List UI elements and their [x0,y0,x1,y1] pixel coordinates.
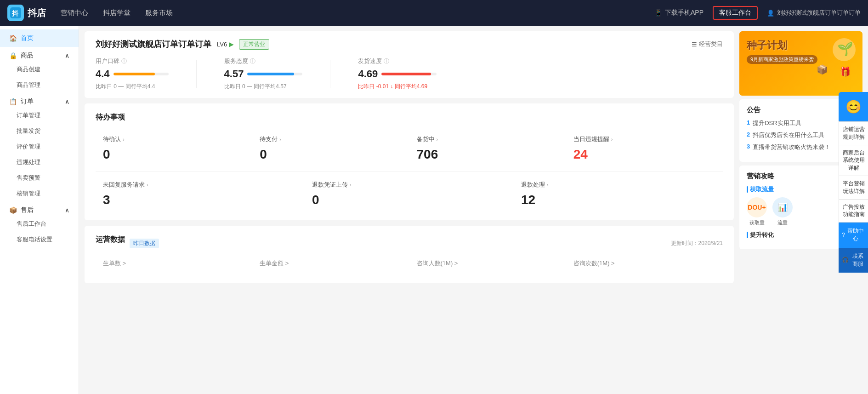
sidebar-section-orders[interactable]: 📋 订单 ∧ [0,93,79,108]
info-icon-3[interactable]: ⓘ [384,57,389,65]
ops-col-label-2[interactable]: 生单金额 > [260,259,402,268]
float-btn-help[interactable]: ? 帮助中心 [839,223,868,248]
todo-item-violation-reminder[interactable]: 当日违规提醒 › 24 [566,130,723,167]
store-header: 刘好好测试旗舰店订单订单订单 LV6 ▶ 正常营业 ☰ 经营类目 [96,39,723,50]
float-btn-rules[interactable]: 店铺运营规则详解 [839,121,868,145]
sidebar-item-review-manage[interactable]: 评价管理 [0,139,79,154]
metric-bar-row-2: 4.57 [224,68,303,80]
sidebar-item-violation[interactable]: 违规处理 [0,154,79,170]
nav-market[interactable]: 服务市场 [145,7,173,19]
ann-text-3: 直播带货营销攻略火热来袭！ [753,143,830,151]
metric-user-reputation: 用户口碑 ⓘ 4.4 比昨日 0 — 同行平均4.4 [96,57,169,91]
metric-divider-1 [196,60,197,88]
marketing-icon-circle-2: 📊 [772,197,793,217]
sidebar-item-home[interactable]: 🏠 首页 [0,29,79,47]
todo-label-1: 待确认 › [103,135,245,143]
todo-item-service-request[interactable]: 未回复服务请求 › 3 [96,177,305,211]
metric-value-2: 4.57 [224,68,244,80]
metric-bar-fill-2 [247,73,294,75]
store-level: LV6 ▶ [217,41,233,48]
float-btn-system[interactable]: 商家后台系统使用详解 [839,145,868,176]
todo-number-7: 12 [521,193,715,207]
sidebar-item-product-manage[interactable]: 商品管理 [0,77,79,93]
nav-customer-service-button[interactable]: 客服工作台 [713,6,758,20]
top-navigation: 抖 抖店 营销中心 抖店学堂 服务市场 📱 下载手机APP 客服工作台 👤 刘好… [0,0,868,26]
main-layout: 🏠 首页 🔒 商品 ∧ 商品创建 商品管理 📋 订单 ∧ 订单管理 批量发货 评… [0,26,868,394]
sidebar: 🏠 首页 🔒 商品 ∧ 商品创建 商品管理 📋 订单 ∧ 订单管理 批量发货 评… [0,26,79,394]
product-icon: 🔒 [9,52,17,59]
info-icon-1[interactable]: ⓘ [121,57,127,65]
ops-tag: 昨日数据 [130,239,159,248]
float-avatar-button[interactable]: 😊 [839,92,868,121]
todo-label-6: 退款凭证上传 › [312,181,506,189]
sidebar-item-product-create[interactable]: 商品创建 [0,62,79,77]
ops-col-label-3[interactable]: 咨询人数(1M) > [417,259,559,268]
svg-text:🎁: 🎁 [840,66,851,77]
todo-number-4: 24 [573,147,715,162]
todo-title: 待办事项 [96,113,723,122]
marketing-icon-get-traffic[interactable]: DOU+ 获取量 [747,197,767,226]
metric-bar-2 [247,73,302,75]
metric-label-3: 发货速度 ⓘ [358,57,437,65]
marketing-icon-label-1: 获取量 [749,219,765,226]
sidebar-item-aftersale-workspace[interactable]: 售后工作台 [0,216,79,232]
menu-icon: ☰ [692,41,697,48]
banner-deco: 🌱 📦 🎁 [812,36,858,86]
metric-value-1: 4.4 [96,68,110,80]
sidebar-item-sale-warning[interactable]: 售卖预警 [0,170,79,186]
store-menu-link[interactable]: ☰ 经营类目 [692,40,723,48]
info-icon-2[interactable]: ⓘ [250,57,255,65]
sidebar-item-verification[interactable]: 核销管理 [0,186,79,201]
chevron-icon-1: › [123,137,125,142]
traffic-icon: 📊 [777,202,788,212]
home-icon: 🏠 [9,34,17,42]
banner[interactable]: 种子计划 9月新商家激励政策重磅来袭 🌱 📦 🎁 [739,31,862,96]
sidebar-section-aftersale[interactable]: 📦 售后 ∧ [0,201,79,216]
chevron-up-icon3: ∧ [65,206,69,214]
nav-marketing[interactable]: 营销中心 [61,7,88,19]
sidebar-item-order-manage[interactable]: 订单管理 [0,108,79,123]
todo-number-2: 0 [260,147,402,162]
chevron-up-icon: ∧ [65,52,69,59]
ops-col-label-4[interactable]: 咨询次数(1M) > [573,259,715,268]
marketing-icon-traffic[interactable]: 📊 流量 [772,197,793,226]
nav-academy[interactable]: 抖店学堂 [103,7,130,19]
svg-text:🌱: 🌱 [837,41,853,57]
todo-card: 待办事项 待确认 › 0 待支付 › 0 [85,103,734,220]
metrics-row: 用户口碑 ⓘ 4.4 比昨日 0 — 同行平均4.4 [96,57,723,91]
todo-item-refund-process[interactable]: 退款处理 › 12 [514,177,723,211]
ann-num-2: 2 [747,131,750,138]
operations-card: 运营数据 昨日数据 更新时间：2020/9/21 生单数 > 生单金额 > 咨询… [85,226,734,283]
ops-title-area: 运营数据 昨日数据 [96,235,159,252]
metric-bar-fill-1 [113,73,155,75]
nav-right: 📱 下载手机APP 客服工作台 👤 刘好好测试旗舰店订单订单订单 [654,6,861,20]
banner-subtitle: 9月新商家激励政策重磅来袭 [747,55,817,64]
sidebar-section-products[interactable]: 🔒 商品 ∧ [0,47,79,62]
sidebar-item-batch-ship[interactable]: 批量发货 [0,123,79,139]
todo-label-5: 未回复服务请求 › [103,181,297,189]
store-name: 刘好好测试旗舰店订单订单订单 [96,39,211,50]
nav-user-area[interactable]: 👤 刘好好测试旗舰店订单订单订单 [767,9,861,17]
metric-label-2: 服务态度 ⓘ [224,57,303,65]
ann-num-3: 3 [747,143,750,150]
todo-number-5: 3 [103,193,297,207]
ops-col-label-1[interactable]: 生单数 > [103,259,245,268]
ops-header: 运营数据 昨日数据 更新时间：2020/9/21 [96,235,723,252]
metric-divider-2 [330,60,330,88]
float-btn-marketing[interactable]: 平台营销玩法详解 [839,176,868,200]
todo-item-refund-voucher[interactable]: 退款凭证上传 › 0 [305,177,514,211]
avatar-icon: 😊 [845,99,862,114]
todo-number-1: 0 [103,147,245,162]
float-btn-contact[interactable]: 🎧 联系商服 [839,248,868,273]
sidebar-item-cs-phone[interactable]: 客服电话设置 [0,232,79,247]
todo-item-pending-pay[interactable]: 待支付 › 0 [252,130,409,167]
todo-label-7: 退款处理 › [521,181,715,189]
ann-text-2: 抖店优秀店长在用什么工具 [753,131,824,139]
chevron-icon-6: › [350,182,352,188]
todo-item-pending-confirm[interactable]: 待确认 › 0 [96,130,252,167]
logo-area[interactable]: 抖 抖店 [7,5,46,21]
nav-download-button[interactable]: 📱 下载手机APP [654,9,703,17]
float-btn-ads[interactable]: 广告投放功能指南 [839,200,868,223]
todo-number-6: 0 [312,193,506,207]
todo-item-stocking[interactable]: 备货中 › 706 [409,130,566,167]
